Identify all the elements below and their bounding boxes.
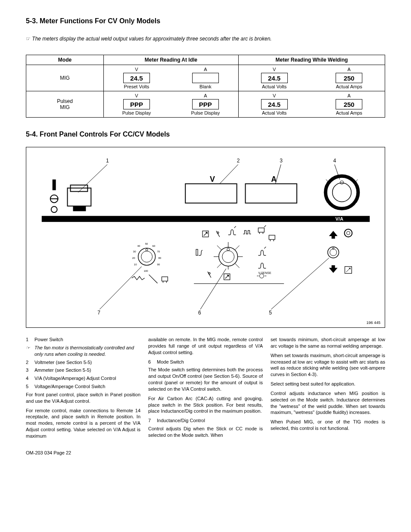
mode-cell: PulsedMIG — [26, 91, 104, 118]
svg-point-38 — [222, 251, 234, 263]
legend-row: 2Voltmeter (see Section 5-5) — [26, 359, 140, 366]
callout-2: 2 — [237, 158, 240, 164]
p9: Select setting best suited for applicati… — [271, 381, 385, 387]
svg-text:80: 80 — [159, 257, 162, 259]
p6: Control adjusts Dig when the Stick or CC… — [148, 426, 263, 439]
svg-text:40: 40 — [137, 245, 140, 247]
th-mode: Mode — [26, 55, 104, 65]
p10: Control adjusts inductance when MIG posi… — [271, 390, 385, 416]
p1: For front panel control, place switch in… — [26, 392, 140, 404]
callout-7: 7 — [97, 310, 100, 316]
svg-rect-34 — [162, 277, 168, 281]
svg-text:30: 30 — [133, 250, 136, 253]
svg-point-21 — [141, 251, 153, 262]
reading-block: A250Actual Amps — [336, 67, 362, 89]
svg-point-16 — [340, 181, 344, 184]
svg-point-73 — [344, 229, 352, 237]
legend-row: 4V/A (Voltage/Amperage) Adjust Control — [26, 375, 140, 382]
svg-text:V: V — [56, 198, 58, 200]
svg-line-33 — [149, 275, 158, 283]
pointer-icon: ☞ — [26, 36, 31, 42]
svg-line-43 — [235, 264, 240, 268]
svg-line-46 — [217, 264, 221, 268]
callout-4: 4 — [333, 158, 336, 164]
label-vsense: V-SENSE — [258, 271, 271, 274]
legend-row: ☞The fan motor is thermostatically contr… — [26, 345, 140, 358]
section-5-4-title: 5-4. Front Panel Controls For CC/CV Mode… — [26, 131, 385, 138]
p8: When set towards maximum, short-circuit … — [271, 352, 385, 378]
svg-text:10: 10 — [134, 263, 137, 266]
svg-line-62 — [264, 247, 266, 249]
legend-row: 5Voltage/Amperage Control Switch — [26, 383, 140, 390]
svg-point-22 — [146, 249, 148, 251]
svg-text:50: 50 — [145, 243, 148, 245]
reading-block: APPPPulse Display — [191, 93, 220, 115]
svg-text:20: 20 — [132, 257, 135, 259]
p5: For Air Carbon Arc (CAC-A) cutting and g… — [148, 395, 263, 415]
svg-text:90: 90 — [157, 263, 160, 266]
svg-rect-11 — [73, 206, 86, 211]
svg-marker-72 — [329, 231, 338, 239]
front-panel-diagram: 1 2 3 4 V V A V/A — [26, 147, 385, 328]
callout-5: 5 — [269, 310, 272, 316]
svg-line-41 — [235, 246, 240, 250]
th-weld: Meter Reading While Welding — [238, 55, 385, 65]
svg-point-74 — [346, 231, 350, 235]
p3: available on remote. In the MIG mode, re… — [148, 336, 263, 356]
svg-line-44 — [217, 246, 221, 250]
legend-row: 1Power Switch — [26, 336, 140, 343]
svg-rect-54 — [258, 228, 264, 232]
svg-point-15 — [333, 183, 352, 202]
reading-block: ABlank — [192, 67, 219, 89]
legend-6: 6Mode Switch — [148, 359, 263, 365]
th-idle: Meter Reading At Idle — [104, 55, 239, 65]
p7: set towards minimum, short-circuit amper… — [271, 336, 385, 349]
p11: When Pulsed MIG, or one of the TIG modes… — [271, 419, 385, 432]
p4: The Mode switch setting determines both … — [148, 367, 263, 392]
meter-functions-table: Mode Meter Reading At Idle Meter Reading… — [26, 55, 385, 118]
svg-rect-19 — [42, 216, 370, 222]
reading-block: A250Actual Amps — [336, 93, 362, 115]
svg-rect-61 — [196, 249, 198, 255]
label-a: A — [271, 175, 277, 184]
svg-rect-12 — [185, 184, 237, 203]
body-columns: 1Power Switch☞The fan motor is thermosta… — [26, 336, 385, 439]
svg-rect-58 — [269, 235, 275, 240]
note-row: ☞ The meters display the actual weld out… — [26, 36, 385, 42]
legend-row: 3Ammeter (see Section 5-5) — [26, 367, 140, 373]
reading-block: V24.5Actual Volts — [261, 93, 288, 115]
note-text: The meters display the actual weld outpu… — [32, 36, 271, 42]
mode-cell: MIG — [26, 65, 104, 91]
label-va: V/A — [336, 216, 343, 221]
svg-line-82 — [100, 267, 142, 310]
svg-text:70: 70 — [157, 250, 160, 253]
section-5-3-title: 5-3. Meter Functions For CV Only Models — [26, 17, 385, 25]
reading-block: V24.5Preset Volts — [123, 67, 150, 89]
p2: For remote control, make connections to … — [26, 408, 140, 439]
svg-marker-78 — [329, 265, 338, 273]
legend-7: 7Inductance/Dig Control — [148, 417, 263, 424]
svg-point-76 — [330, 249, 337, 256]
svg-point-75 — [328, 247, 339, 258]
svg-point-68 — [259, 274, 264, 278]
diagram-ref: 196 445 — [366, 320, 380, 325]
svg-line-1 — [220, 165, 238, 184]
page-footer: OM-203 034 Page 22 — [26, 450, 385, 455]
svg-rect-4 — [53, 180, 56, 190]
reading-block: VPPPPulse Display — [122, 93, 151, 115]
callout-1: 1 — [106, 158, 109, 164]
callout-6: 6 — [198, 310, 201, 316]
svg-point-37 — [219, 247, 238, 266]
svg-line-83 — [200, 269, 226, 310]
svg-rect-13 — [246, 184, 297, 203]
label-v: V — [210, 175, 215, 184]
reading-block: V24.5Actual Volts — [261, 67, 288, 89]
svg-text:60: 60 — [153, 245, 156, 247]
svg-line-57 — [264, 225, 266, 227]
callout-3: 3 — [280, 158, 283, 164]
svg-point-39 — [227, 248, 230, 251]
svg-point-8 — [51, 206, 57, 212]
svg-text:100: 100 — [144, 270, 149, 272]
svg-line-53 — [234, 226, 236, 228]
